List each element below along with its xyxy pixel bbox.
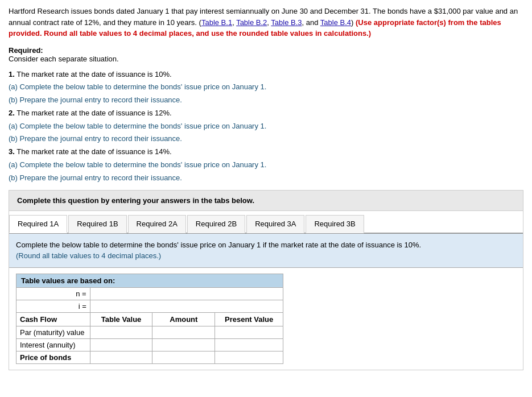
instruction-1: 1. The market rate at the date of issuan… [9, 69, 523, 81]
i-label: i = [17, 300, 90, 312]
table-b2-link[interactable]: Table B.2 [236, 18, 267, 27]
row-interest-label: Interest (annuity) [17, 338, 90, 351]
full-table: Table values are based on: n = i = Cash … [16, 274, 283, 364]
col-header-pv: Present Value [215, 312, 283, 326]
row-par-pv-cell[interactable] [215, 326, 283, 338]
required-subtext: Consider each separate situation. [9, 55, 523, 63]
row-price-of-bonds: Price of bonds [17, 351, 283, 363]
row-interest-pv-cell[interactable] [215, 338, 283, 351]
row-interest-amount-cell[interactable] [152, 338, 215, 351]
n-input-cell[interactable] [90, 287, 283, 300]
table-b1-link[interactable]: Table B.1 [201, 18, 232, 27]
tab-content-area: Complete the below table to determine th… [9, 234, 523, 268]
col-header-amount: Amount [152, 312, 215, 326]
row-price-label: Price of bonds [17, 351, 90, 363]
tabs-container: Required 1A Required 1B Required 2A Requ… [9, 211, 523, 370]
intro-paragraph: Hartford Research issues bonds dated Jan… [9, 6, 523, 39]
instruction-2a: (a) Complete the below table to determin… [9, 121, 523, 133]
tab-required-2a[interactable]: Required 2A [128, 215, 186, 233]
tab-required-1a[interactable]: Required 1A [9, 215, 67, 233]
instruction-3a: (a) Complete the below table to determin… [9, 159, 523, 171]
row-par-maturity: Par (maturity) value [17, 326, 283, 338]
row-price-tablevalue-cell [90, 351, 152, 363]
row-price-amount-cell [152, 351, 215, 363]
table-values-header: Table values are based on: [17, 274, 283, 287]
table-b4-link[interactable]: Table B.4 [320, 18, 351, 27]
n-label: n = [17, 287, 90, 300]
col-header-tablevalue: Table Value [90, 312, 152, 326]
i-input-cell[interactable] [90, 300, 283, 312]
n-input[interactable] [90, 290, 283, 298]
row-par-tablevalue-cell[interactable] [90, 326, 152, 338]
i-input[interactable] [90, 302, 283, 311]
par-amount-input[interactable] [152, 328, 215, 337]
instruction-1a: (a) Complete the below table to determin… [9, 81, 523, 93]
tabs-row: Required 1A Required 1B Required 2A Requ… [9, 211, 523, 234]
row-price-pv-cell[interactable] [215, 351, 283, 363]
price-pv-input[interactable] [215, 353, 283, 362]
row-interest-tablevalue-cell[interactable] [90, 338, 152, 351]
tab-required-2b[interactable]: Required 2B [187, 215, 245, 233]
instructions-block: 1. The market rate at the date of issuan… [9, 69, 523, 184]
instruction-2: 2. The market rate at the date of issuan… [9, 107, 523, 119]
row-par-amount-cell[interactable] [152, 326, 215, 338]
row-interest-annuity: Interest (annuity) [17, 338, 283, 351]
tab-required-3b[interactable]: Required 3B [306, 215, 364, 233]
col-header-cashflow: Cash Flow [17, 312, 90, 326]
tab-main-text: Complete the below table to determine th… [16, 241, 421, 249]
instruction-3: 3. The market rate at the date of issuan… [9, 146, 523, 158]
required-section: Required: Consider each separate situati… [9, 46, 523, 63]
interest-tablevalue-input[interactable] [90, 341, 152, 349]
complete-banner: Complete this question by entering your … [9, 190, 523, 211]
required-label: Required: [9, 46, 523, 55]
interest-pv-input[interactable] [215, 341, 283, 349]
instruction-2b: (b) Prepare the journal entry to record … [9, 133, 523, 145]
par-pv-input[interactable] [215, 328, 283, 337]
table-b3-link[interactable]: Table B.3 [271, 18, 302, 27]
table-section: Table values are based on: n = i = Cash … [9, 268, 523, 370]
tab-sub-text: (Round all table values to 4 decimal pla… [16, 251, 161, 260]
tab-required-3a[interactable]: Required 3A [246, 215, 304, 233]
instruction-3b: (b) Prepare the journal entry to record … [9, 172, 523, 184]
tab-required-1b[interactable]: Required 1B [68, 215, 126, 233]
interest-amount-input[interactable] [152, 341, 215, 349]
par-tablevalue-input[interactable] [90, 328, 152, 337]
instruction-1b: (b) Prepare the journal entry to record … [9, 94, 523, 106]
row-par-label: Par (maturity) value [17, 326, 90, 338]
